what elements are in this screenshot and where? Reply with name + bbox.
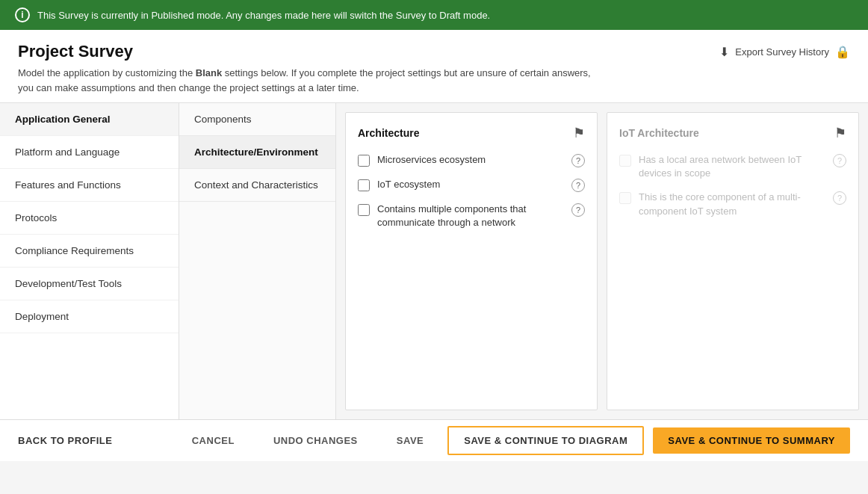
lock-icon: 🔒 [835, 45, 850, 59]
sidebar-item-features-functions[interactable]: Features and Functions [0, 169, 179, 202]
iot-architecture-card: IoT Architecture ⚑ Has a local area netw… [607, 112, 859, 410]
sidebar-item-label: Compliance Requirements [15, 245, 134, 256]
published-mode-banner: i This Survey is currently in Published … [0, 0, 868, 30]
content-area: Architecture ⚑ Microservices ecosystem ?… [336, 103, 868, 419]
iot-core-label: This is the core component of a multi-co… [639, 191, 825, 217]
middle-column: Components Architecture/Environment Cont… [179, 103, 336, 419]
middle-item-context[interactable]: Context and Characteristics [179, 169, 335, 202]
iot-card-header: IoT Architecture ⚑ [619, 125, 846, 141]
main-content: Application General Platform and Languag… [0, 103, 868, 419]
sidebar-item-protocols[interactable]: Protocols [0, 202, 179, 235]
microservices-help-icon[interactable]: ? [571, 154, 585, 167]
page-description: Model the application by customizing the… [18, 66, 601, 95]
download-icon: ⬇ [719, 45, 729, 59]
sidebar-item-platform-language[interactable]: Platform and Language [0, 136, 179, 169]
iot-flag-icon: ⚑ [834, 125, 846, 141]
save-button[interactable]: SAVE [382, 427, 438, 454]
iot-card-title: IoT Architecture [619, 127, 699, 139]
flag-icon: ⚑ [573, 125, 585, 141]
middle-item-label: Context and Characteristics [194, 179, 318, 191]
iot-ecosystem-checkbox[interactable] [358, 179, 370, 191]
iot-lan-help-icon: ? [833, 154, 846, 167]
sidebar-item-label: Deployment [15, 311, 69, 322]
iot-ecosystem-checkbox-item: IoT ecosystem ? [358, 178, 585, 192]
save-continue-summary-button[interactable]: SAVE & CONTINUE TO SUMMARY [653, 427, 850, 454]
sidebar-item-label: Platform and Language [15, 146, 120, 158]
middle-item-architecture[interactable]: Architecture/Environment [179, 136, 335, 169]
middle-item-label: Components [194, 114, 252, 125]
sidebar-item-compliance[interactable]: Compliance Requirements [0, 235, 179, 268]
sidebar-item-label: Development/Test Tools [15, 278, 122, 289]
export-label: Export Survey History [735, 46, 829, 58]
multi-component-help-icon[interactable]: ? [571, 203, 585, 217]
architecture-card: Architecture ⚑ Microservices ecosystem ?… [345, 112, 598, 410]
iot-ecosystem-help-icon[interactable]: ? [571, 179, 585, 192]
sidebar-item-deployment[interactable]: Deployment [0, 300, 179, 333]
export-survey-button[interactable]: ⬇ Export Survey History 🔒 [719, 45, 850, 59]
back-to-profile-button[interactable]: BACK TO PROFILE [18, 435, 112, 446]
footer-actions: CANCEL UNDO CHANGES SAVE SAVE & CONTINUE… [177, 426, 850, 455]
iot-core-checkbox [619, 192, 631, 204]
iot-lan-checkbox [619, 155, 631, 167]
sidebar-item-label: Protocols [15, 212, 57, 223]
architecture-card-header: Architecture ⚑ [358, 125, 585, 141]
footer: BACK TO PROFILE CANCEL UNDO CHANGES SAVE… [0, 419, 868, 461]
header-left: Project Survey Model the application by … [18, 42, 601, 95]
sidebar-item-label: Features and Functions [15, 179, 121, 191]
page-header: Project Survey Model the application by … [0, 30, 868, 103]
info-icon: i [15, 7, 30, 22]
undo-changes-button[interactable]: UNDO CHANGES [258, 427, 373, 454]
save-continue-diagram-button[interactable]: SAVE & CONTINUE TO DIAGRAM [447, 426, 644, 455]
multi-component-checkbox-item: Contains multiple components that commun… [358, 203, 585, 229]
middle-item-label: Architecture/Environment [194, 146, 318, 158]
iot-core-checkbox-item: This is the core component of a multi-co… [619, 191, 846, 217]
iot-lan-label: Has a local area network between IoT dev… [639, 153, 825, 180]
iot-lan-checkbox-item: Has a local area network between IoT dev… [619, 153, 846, 180]
microservices-label: Microservices ecosystem [377, 153, 564, 167]
sidebar-item-dev-tools[interactable]: Development/Test Tools [0, 268, 179, 300]
architecture-card-title: Architecture [358, 127, 419, 139]
iot-ecosystem-label: IoT ecosystem [377, 178, 564, 191]
middle-item-components[interactable]: Components [179, 103, 335, 136]
multi-component-checkbox[interactable] [358, 204, 370, 216]
microservices-checkbox[interactable] [358, 155, 370, 167]
multi-component-label: Contains multiple components that commun… [377, 203, 564, 229]
microservices-checkbox-item: Microservices ecosystem ? [358, 153, 585, 167]
iot-core-help-icon: ? [833, 191, 846, 205]
cancel-button[interactable]: CANCEL [177, 427, 249, 454]
sidebar-item-label: Application General [15, 114, 111, 125]
left-sidebar: Application General Platform and Languag… [0, 103, 179, 419]
sidebar-item-application-general[interactable]: Application General [0, 103, 179, 136]
banner-text: This Survey is currently in Published mo… [37, 10, 490, 21]
page-title: Project Survey [18, 42, 601, 61]
